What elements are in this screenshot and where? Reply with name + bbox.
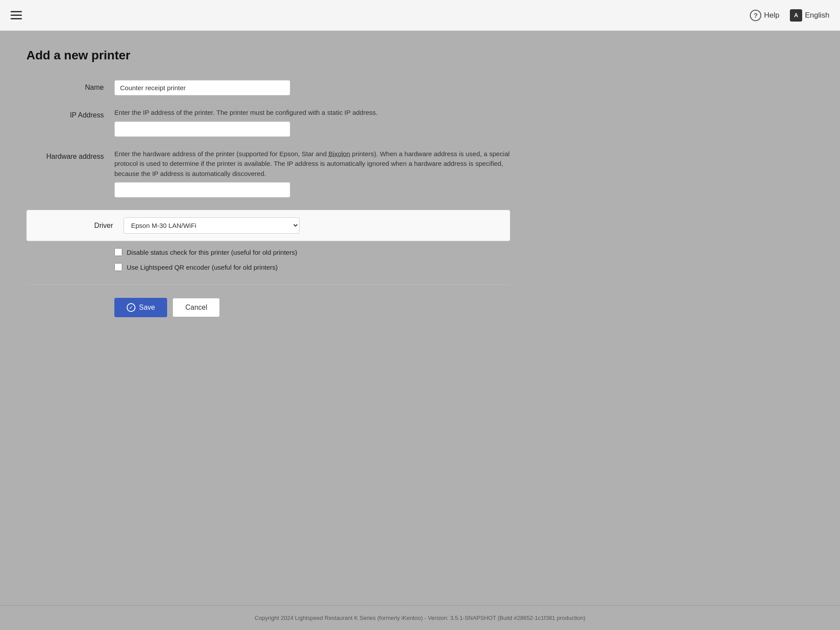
ip-address-field: Enter the IP address of the printer. The…	[114, 108, 510, 137]
bixolon-text: Bixolon	[329, 150, 350, 158]
ip-address-row: IP Address Enter the IP address of the p…	[26, 108, 510, 137]
help-circle-icon: ?	[750, 10, 761, 21]
ip-address-input[interactable]	[114, 121, 290, 137]
help-button[interactable]: ? Help	[750, 10, 779, 21]
button-row: ✓ Save Cancel	[114, 298, 510, 317]
ip-address-label: IP Address	[26, 108, 114, 119]
footer: Copyright 2024 Lightspeed Restaurant K S…	[0, 605, 840, 630]
qr-encoder-checkbox[interactable]	[114, 263, 122, 271]
status-check-row: Disable status check for this printer (u…	[114, 248, 510, 256]
printer-form: Name IP Address Enter the IP address of …	[26, 80, 510, 317]
hardware-address-input[interactable]	[114, 182, 290, 198]
help-label: Help	[764, 11, 779, 20]
driver-label: Driver	[36, 222, 124, 230]
disable-status-checkbox[interactable]	[114, 248, 122, 256]
qr-encoder-row: Use Lightspeed QR encoder (useful for ol…	[114, 263, 510, 271]
language-label: English	[805, 11, 829, 20]
hardware-address-label: Hardware address	[26, 149, 114, 161]
save-check-icon: ✓	[127, 303, 135, 312]
hardware-address-field: Enter the hardware address of the printe…	[114, 149, 510, 198]
language-selector[interactable]: A English	[790, 9, 829, 22]
driver-field: Epson M-30 LAN/WiFi Epson LAN/WiFi Star …	[124, 217, 501, 234]
nav-right: ? Help A English	[750, 9, 829, 22]
language-icon: A	[790, 9, 802, 22]
name-input[interactable]	[114, 80, 290, 95]
name-label: Name	[26, 80, 114, 92]
copyright-text: Copyright 2024 Lightspeed Restaurant K S…	[255, 615, 585, 621]
name-row: Name	[26, 80, 510, 95]
hardware-address-row: Hardware address Enter the hardware addr…	[26, 149, 510, 198]
save-button[interactable]: ✓ Save	[114, 298, 167, 317]
top-nav: ? Help A English	[0, 0, 840, 31]
checkbox-section: Disable status check for this printer (u…	[114, 248, 510, 271]
nav-left	[11, 11, 22, 19]
form-divider	[26, 284, 510, 285]
ip-address-description: Enter the IP address of the printer. The…	[114, 108, 510, 118]
main-content: Add a new printer Name IP Address Enter …	[0, 31, 840, 335]
qr-encoder-label: Use Lightspeed QR encoder (useful for ol…	[127, 264, 278, 271]
driver-row: Driver Epson M-30 LAN/WiFi Epson LAN/WiF…	[26, 210, 510, 241]
hardware-address-description: Enter the hardware address of the printe…	[114, 149, 510, 179]
driver-select[interactable]: Epson M-30 LAN/WiFi Epson LAN/WiFi Star …	[124, 217, 299, 234]
name-field	[114, 80, 510, 95]
cancel-button[interactable]: Cancel	[172, 298, 220, 317]
page-title: Add a new printer	[26, 48, 814, 62]
disable-status-label: Disable status check for this printer (u…	[127, 249, 297, 256]
hamburger-menu-button[interactable]	[11, 11, 22, 19]
